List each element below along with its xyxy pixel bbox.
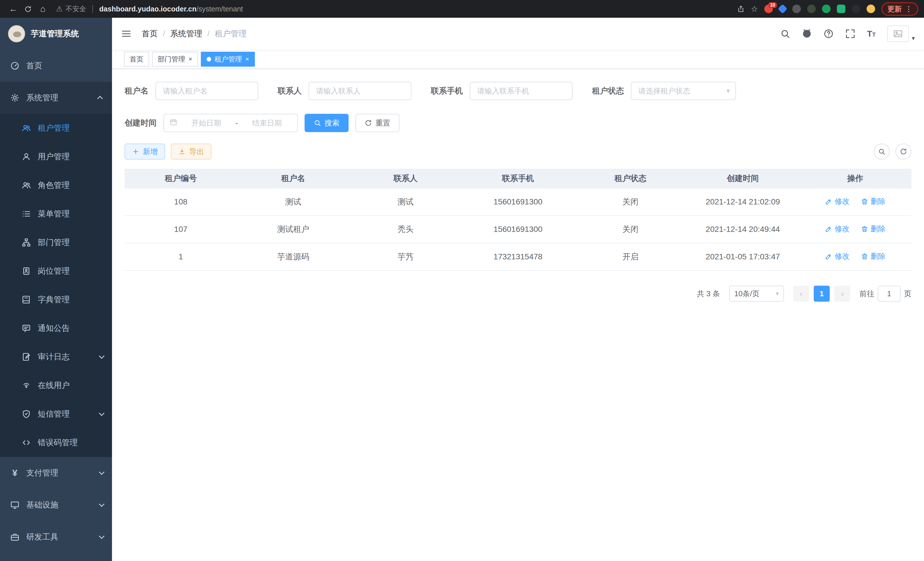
sidebar-item-audit-log[interactable]: 审计日志 [0,343,112,371]
extension-icon[interactable] [837,5,845,13]
edit-link[interactable]: 修改 [825,251,849,261]
status-select[interactable]: 请选择租户状态 ▾ [631,82,736,100]
next-page-button[interactable]: › [834,286,850,302]
edit-link[interactable]: 修改 [825,196,849,206]
sidebar-item-home[interactable]: 首页 [0,50,112,82]
user-avatar-dropdown[interactable]: ▾ [887,26,915,42]
column-header: 租户名 [237,169,349,188]
warning-icon: ⚠ [56,5,63,14]
status-select-placeholder: 请选择租户状态 [638,86,690,96]
browser-update-button[interactable]: 更新 ⋮ [881,2,918,16]
cell-status: 关闭 [574,188,687,216]
font-size-icon[interactable]: TT [867,29,876,38]
pencil-icon [825,198,832,205]
page-number-current[interactable]: 1 [814,286,830,302]
sidebar-item-dict[interactable]: 字典管理 [0,285,112,314]
sidebar-item-devtools[interactable]: 研发工具 [0,521,112,553]
column-header: 租户状态 [574,169,687,188]
delete-link[interactable]: 删除 [861,251,885,261]
sidebar-item-post[interactable]: 岗位管理 [0,257,112,285]
fullscreen-icon[interactable] [845,29,855,39]
tenant-name-input[interactable] [155,82,258,100]
breadcrumb-item[interactable]: 首页 [142,28,158,39]
book-icon [22,295,31,304]
tab-dept[interactable]: 部门管理 × [152,52,198,67]
sidebar-item-infrastructure[interactable]: 基础设施 [0,489,112,521]
extension-icon[interactable] [778,4,788,14]
page-size-select[interactable]: 10条/页 ▾ [729,286,784,302]
sidebar-item-label: 短信管理 [38,409,70,420]
security-status[interactable]: ⚠ 不安全 [56,4,86,14]
breadcrumb-item[interactable]: 系统管理 [170,28,202,39]
export-button[interactable]: 导出 [171,144,212,159]
edit-link[interactable]: 修改 [825,224,849,234]
search-button[interactable]: 搜索 [304,114,349,132]
browser-menu-icon[interactable]: ⋮ [905,5,912,13]
search-icon[interactable] [780,29,790,39]
extension-icon[interactable] [807,5,816,13]
mobile-input[interactable] [470,82,573,100]
tab-label: 首页 [130,55,143,64]
reset-button[interactable]: 重置 [356,114,399,132]
help-icon[interactable] [824,29,834,39]
sidebar-logo[interactable]: 芋道管理系统 [0,18,112,50]
sidebar-item-label: 租户管理 [38,123,70,134]
date-range-picker[interactable]: 开始日期 - 结束日期 [164,114,298,132]
edit-label: 修改 [835,196,849,206]
hamburger-icon[interactable] [121,29,131,39]
sidebar-item-sms[interactable]: 短信管理 [0,400,112,428]
tab-home[interactable]: 首页 [124,52,149,67]
browser-reload-icon[interactable] [21,4,35,14]
github-icon[interactable] [802,29,812,39]
extension-icon[interactable] [792,5,801,13]
prev-page-button[interactable]: ‹ [793,286,809,302]
security-label: 不安全 [65,4,86,14]
close-icon[interactable]: × [189,56,192,62]
chevron-down-icon [99,533,105,539]
cell-contact: 测试 [350,188,462,216]
sidebar-item-payment[interactable]: ¥ 支付管理 [0,457,112,489]
toggle-search-button[interactable] [874,144,890,159]
sidebar-item-role[interactable]: 角色管理 [0,171,112,200]
refresh-table-button[interactable] [896,144,911,159]
chevron-down-icon: ▾ [776,290,779,297]
filter-form-row-2: 创建时间 开始日期 - 结束日期 搜索 重置 [124,114,911,132]
sidebar-item-system[interactable]: 系统管理 [0,82,112,114]
url-text[interactable]: dashboard.yudao.iocoder.cn/system/tenant [99,5,243,13]
add-button[interactable]: 新增 [124,144,165,159]
browser-back-icon[interactable]: ← [6,4,21,14]
export-button-label: 导出 [189,147,204,157]
extension-icon[interactable] [852,5,860,13]
tab-label: 部门管理 [158,55,185,64]
sidebar-item-dept[interactable]: 部门管理 [0,228,112,257]
table-header-row: 租户编号 租户名 联系人 联系手机 租户状态 创建时间 操作 [124,169,911,188]
sidebar-item-user[interactable]: 用户管理 [0,142,112,171]
sidebar: 芋道管理系统 首页 系统管理 租户管理 用户管理 角色管理 [0,18,112,561]
sidebar-item-notice[interactable]: 通知公告 [0,314,112,343]
active-tab-dot [207,57,211,62]
extension-icon[interactable] [822,5,831,13]
share-icon[interactable] [737,5,745,13]
sidebar-item-label: 菜单管理 [38,208,70,219]
delete-link[interactable]: 删除 [861,224,885,234]
sidebar-item-menu[interactable]: 菜单管理 [0,200,112,228]
browser-home-icon[interactable]: ⌂ [35,4,50,14]
goto-page-input[interactable] [878,286,901,302]
bookmark-star-icon[interactable]: ☆ [751,4,758,14]
delete-link[interactable]: 删除 [861,196,885,206]
contact-input[interactable] [309,82,411,100]
address-bar[interactable]: ⚠ 不安全 dashboard.yudao.iocoder.cn/system/… [56,4,737,14]
column-header: 租户编号 [124,169,237,188]
close-icon[interactable]: × [245,56,249,62]
tab-tenant[interactable]: 租户管理 × [201,52,255,67]
pagination: 共 3 条 10条/页 ▾ ‹ 1 › 前往 页 [124,286,911,302]
extension-icon[interactable] [867,5,875,13]
sidebar-item-label: 首页 [26,60,42,71]
sidebar-item-tenant[interactable]: 租户管理 [0,114,112,142]
sidebar-item-error-code[interactable]: 错误码管理 [0,428,112,457]
extension-icon[interactable]: 10 [764,5,773,13]
list-icon [22,209,31,218]
delete-label: 删除 [871,251,885,261]
sidebar-item-online-users[interactable]: 在线用户 [0,371,112,400]
tenant-name-label: 租户名 [124,86,148,96]
